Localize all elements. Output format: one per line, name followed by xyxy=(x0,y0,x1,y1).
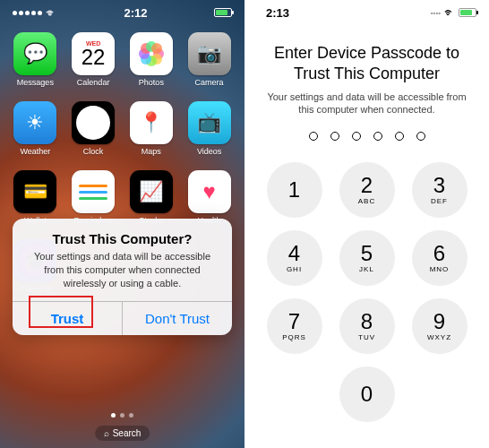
wifi-icon: ᯤ xyxy=(444,6,455,19)
keypad-0[interactable]: 0 xyxy=(339,366,395,422)
app-label: Videos xyxy=(197,147,221,156)
weather-icon: ☀ xyxy=(13,101,56,144)
alert-title: Trust This Computer? xyxy=(25,231,219,246)
app-messages[interactable]: 💬Messages xyxy=(11,32,60,87)
status-bar-right: 2:13 •••• ᯤ xyxy=(244,0,489,25)
trust-button[interactable]: Trust xyxy=(13,302,123,335)
camera-icon: 📷 xyxy=(188,32,231,75)
reminders-icon xyxy=(72,170,115,213)
app-label: Weather xyxy=(20,147,50,156)
wallet-icon: 💳 xyxy=(13,170,56,213)
app-label: Camera xyxy=(195,78,224,87)
keypad-3[interactable]: 3DEF xyxy=(412,162,468,218)
app-stocks[interactable]: 📈Stocks xyxy=(127,170,176,225)
app-maps[interactable]: 📍Maps xyxy=(127,101,176,156)
keypad-8[interactable]: 8TUV xyxy=(339,298,395,354)
dont-trust-button[interactable]: Don't Trust xyxy=(123,302,232,335)
app-label: Calendar xyxy=(77,78,110,87)
app-label: Messages xyxy=(17,78,54,87)
page-dots xyxy=(0,413,244,418)
keypad-7[interactable]: 7PQRS xyxy=(267,298,322,354)
trust-alert: Trust This Computer? Your settings and d… xyxy=(13,219,232,335)
stocks-icon: 📈 xyxy=(130,170,173,213)
clock-icon xyxy=(72,101,115,144)
messages-icon: 💬 xyxy=(13,32,56,75)
videos-icon: 📺 xyxy=(188,101,231,144)
search-icon: ⌕ xyxy=(104,428,109,438)
passcode-subtitle: Your settings and data will be accessibl… xyxy=(266,90,468,116)
app-health[interactable]: ♥Health xyxy=(184,170,234,225)
app-calendar[interactable]: WED22Calendar xyxy=(69,32,118,87)
battery-icon xyxy=(459,8,476,17)
health-icon: ♥ xyxy=(188,170,231,213)
app-reminders[interactable]: Reminders xyxy=(69,170,118,225)
spotlight-search[interactable]: ⌕ Search xyxy=(95,426,150,441)
keypad-5[interactable]: 5JKL xyxy=(339,230,395,286)
app-label: Maps xyxy=(142,147,161,156)
keypad-1[interactable]: 1 xyxy=(267,162,322,218)
passcode-title: Enter Device Passcode to Trust This Comp… xyxy=(266,43,468,85)
passcode-dots xyxy=(266,132,468,141)
photos-icon xyxy=(130,32,173,75)
app-clock[interactable]: Clock xyxy=(69,101,118,156)
app-weather[interactable]: ☀Weather xyxy=(11,101,60,156)
wifi-icon: ᯤ xyxy=(46,6,57,20)
app-photos[interactable]: Photos xyxy=(127,32,176,87)
keypad-6[interactable]: 6MNO xyxy=(412,230,468,286)
calendar-icon: WED22 xyxy=(72,32,115,75)
app-label: Clock xyxy=(83,147,104,156)
app-label: Photos xyxy=(139,78,164,87)
battery-icon xyxy=(214,8,232,17)
maps-icon: 📍 xyxy=(130,101,173,144)
alert-message: Your settings and data will be accessibl… xyxy=(25,250,219,290)
keypad-2[interactable]: 2ABC xyxy=(339,162,395,218)
home-screen-phone: ᯤ 2:12 💬MessagesWED22CalendarPhotos📷Came… xyxy=(0,0,244,448)
keypad-9[interactable]: 9WXYZ xyxy=(412,298,468,354)
numeric-keypad: 12ABC3DEF4GHI5JKL6MNO7PQRS8TUV9WXYZ0 xyxy=(266,162,468,422)
status-time: 2:13 xyxy=(266,6,289,20)
signal-icon xyxy=(13,11,42,15)
keypad-4[interactable]: 4GHI xyxy=(267,230,322,286)
signal-icon: •••• xyxy=(431,9,441,17)
status-time: 2:12 xyxy=(124,6,147,20)
app-videos[interactable]: 📺Videos xyxy=(184,101,234,156)
app-wallet[interactable]: 💳Wallet xyxy=(11,170,60,225)
passcode-screen-phone: 2:13 •••• ᯤ Enter Device Passcode to Tru… xyxy=(244,0,489,448)
app-camera[interactable]: 📷Camera xyxy=(184,32,234,87)
status-bar-left: ᯤ 2:12 xyxy=(0,0,244,25)
